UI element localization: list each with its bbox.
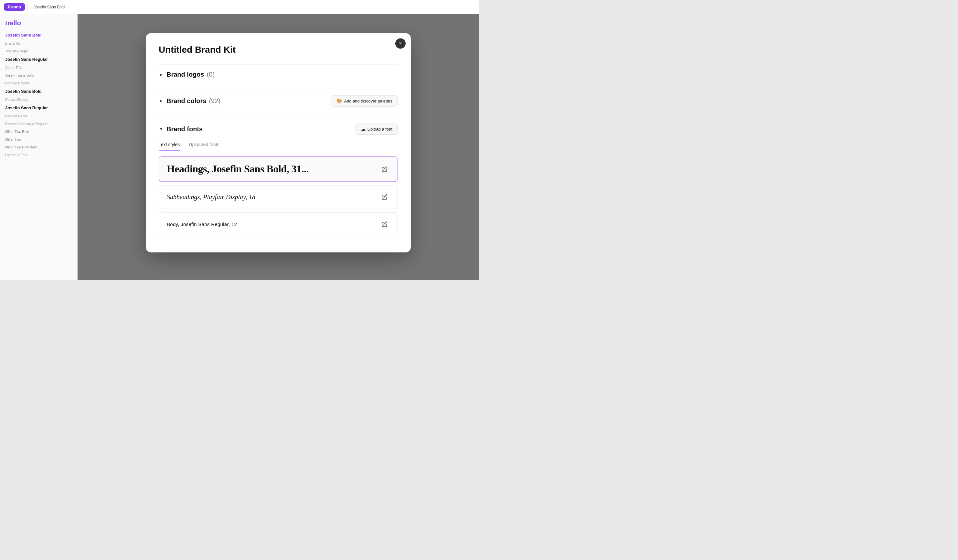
- toolbar: Promo Josefin Sans Bold: [0, 0, 479, 14]
- chevron-right-colors-icon[interactable]: ►: [159, 98, 164, 103]
- brand-fonts-title: Brand fonts: [167, 125, 203, 133]
- brand-fonts-header: ▼ Brand fonts ☁ Upload a font: [159, 124, 398, 135]
- subheading-font-card[interactable]: Subheadings, Playfair Display, 18: [159, 185, 398, 209]
- modal-close-button[interactable]: ×: [395, 38, 406, 49]
- sidebar-item-roboto[interactable]: Roboto Grotesque Regular: [0, 120, 77, 128]
- sidebar-item-upload-font[interactable]: Upload a Font: [0, 151, 77, 159]
- brand-logos-count: (0): [207, 71, 215, 78]
- modal-title: Untitled Brand Kit: [159, 44, 398, 55]
- body-font-text: Body, Josefin Sans Regular, 12: [167, 222, 237, 227]
- tab-text-styles[interactable]: Text styles: [159, 139, 180, 151]
- brand-colors-header: ► Brand colors (92) 🎨 Add and discover p…: [159, 95, 398, 106]
- brand-logos-section: ► Brand logos (0): [159, 64, 398, 89]
- add-palettes-label: Add and discover palettes: [344, 98, 392, 103]
- sidebar-item-josefin-regular-2[interactable]: Josefin Sans Regular: [0, 103, 77, 112]
- sidebar-item-poster-display[interactable]: Poster Display: [0, 96, 77, 103]
- edit-icon: [382, 166, 387, 172]
- edit-subheading-icon: [382, 194, 387, 200]
- toolbar-file-button[interactable]: Josefin Sans Bold: [30, 3, 68, 11]
- toolbar-app-title: Promo: [4, 3, 25, 11]
- brand-colors-section: ► Brand colors (92) 🎨 Add and discover p…: [159, 89, 398, 117]
- sidebar-item-josefin-bold-2[interactable]: Josefin Sans Bold: [0, 71, 77, 79]
- upload-icon: ☁: [361, 127, 366, 132]
- chevron-right-icon[interactable]: ►: [159, 72, 164, 77]
- heading-edit-button[interactable]: [379, 164, 390, 174]
- sidebar-item-active[interactable]: Josefin Sans Bold: [0, 31, 77, 40]
- sidebar-item-miller-bold[interactable]: Miller Two Bold: [0, 128, 77, 135]
- subheading-font-text: Subheadings, Playfair Display, 18: [167, 194, 255, 201]
- body-font-card[interactable]: Body, Josefin Sans Regular, 12: [159, 212, 398, 236]
- heading-font-card[interactable]: Headings, Josefin Sans Bold, 31...: [159, 156, 398, 182]
- brand-logos-header: ► Brand logos (0): [159, 71, 398, 78]
- font-tabs: Text styles Uploaded fonts: [159, 138, 398, 151]
- body-edit-button[interactable]: [379, 219, 390, 229]
- palette-icon: 🎨: [336, 98, 342, 103]
- upload-font-button[interactable]: ☁ Upload a font: [355, 124, 398, 135]
- sidebar-item-untitled-brands[interactable]: Untitled Brands: [0, 79, 77, 87]
- sidebar-item-brand-kit[interactable]: Brand Kit: [0, 40, 77, 47]
- sidebar-item-untitled-fonts[interactable]: Untitled Fonts: [0, 112, 77, 120]
- sidebar-item-josefin-bold-3[interactable]: Josefin Sans Bold: [0, 87, 77, 96]
- sidebar-item-miller-bold-italic[interactable]: Miller Two Bold Italic: [0, 143, 77, 151]
- brand-logos-title: Brand logos: [167, 71, 204, 78]
- app-logo: trello: [0, 18, 77, 31]
- subheading-edit-button[interactable]: [379, 192, 390, 202]
- sidebar-item-about[interactable]: About This: [0, 64, 77, 71]
- brand-fonts-section: ▼ Brand fonts ☁ Upload a font Text style…: [159, 117, 398, 236]
- brand-kit-modal: × Untitled Brand Kit ► Brand logos (0) ►…: [146, 33, 411, 252]
- toolbar-separator: [27, 3, 28, 11]
- brand-colors-count: (92): [209, 97, 220, 105]
- sidebar-item-new-type[interactable]: The New Type: [0, 47, 77, 55]
- brand-colors-title-row: ► Brand colors (92): [159, 97, 220, 105]
- sidebar-item-josefin-regular[interactable]: Josefin Sans Regular: [0, 55, 77, 64]
- left-sidebar: trello Josefin Sans Bold Brand Kit The N…: [0, 14, 78, 280]
- brand-colors-title: Brand colors: [167, 97, 206, 105]
- upload-font-label: Upload a font: [368, 127, 392, 132]
- edit-body-icon: [382, 221, 387, 227]
- chevron-down-fonts-icon[interactable]: ▼: [159, 127, 164, 132]
- brand-fonts-title-row: ▼ Brand fonts: [159, 125, 203, 133]
- heading-font-text: Headings, Josefin Sans Bold, 31...: [167, 163, 309, 175]
- add-discover-palettes-button[interactable]: 🎨 Add and discover palettes: [331, 95, 398, 106]
- sidebar-item-miller[interactable]: Miller Two: [0, 135, 77, 143]
- brand-logos-title-row: ► Brand logos (0): [159, 71, 215, 78]
- main-canvas: × Untitled Brand Kit ► Brand logos (0) ►…: [78, 14, 479, 280]
- tab-uploaded-fonts[interactable]: Uploaded fonts: [189, 139, 219, 151]
